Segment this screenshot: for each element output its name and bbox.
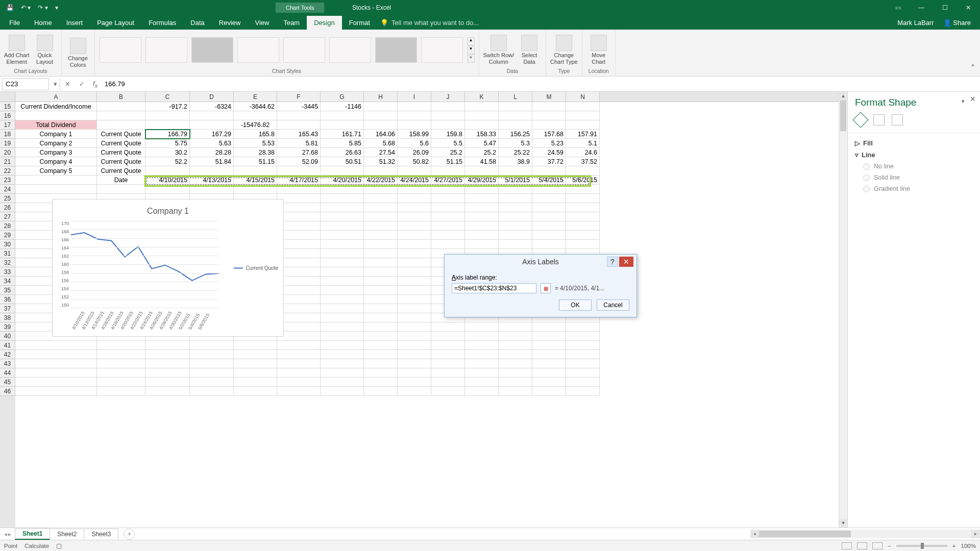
cell[interactable] — [277, 166, 321, 176]
cell[interactable]: 50.51 — [321, 157, 364, 166]
cell[interactable] — [465, 120, 499, 130]
cell[interactable] — [145, 120, 190, 130]
cell[interactable] — [97, 102, 145, 111]
cell[interactable] — [398, 258, 431, 267]
cell[interactable] — [364, 350, 398, 359]
maximize-button[interactable]: ☐ — [933, 0, 957, 15]
cell[interactable] — [364, 231, 398, 240]
cell[interactable]: 26.09 — [398, 148, 431, 157]
cell[interactable] — [532, 231, 566, 240]
chart-style-4[interactable] — [237, 37, 279, 63]
pane-dropdown-icon[interactable]: ▾ — [962, 98, 965, 105]
cell[interactable] — [364, 368, 398, 378]
cell[interactable]: 51.32 — [364, 157, 398, 166]
cell[interactable] — [431, 368, 465, 378]
cell[interactable] — [321, 350, 364, 359]
tab-review[interactable]: Review — [212, 16, 248, 30]
cell[interactable] — [566, 102, 600, 111]
cell[interactable] — [398, 304, 431, 313]
cell[interactable] — [566, 341, 600, 350]
cell[interactable]: Date — [97, 176, 145, 185]
cell[interactable] — [277, 359, 321, 368]
row-header[interactable]: 31 — [0, 249, 15, 258]
zoom-in-icon[interactable]: + — [952, 543, 956, 549]
cell[interactable] — [465, 212, 499, 221]
tab-format[interactable]: Format — [342, 16, 377, 30]
row-header[interactable]: 24 — [0, 185, 15, 194]
cell[interactable] — [145, 378, 190, 387]
gradient-line-option[interactable]: Gradient line — [855, 183, 973, 194]
cell[interactable] — [364, 120, 398, 130]
row-header[interactable]: 22 — [0, 166, 15, 176]
cell[interactable] — [321, 221, 364, 231]
ok-button[interactable]: OK — [559, 299, 592, 311]
chart-styles-gallery[interactable]: ▲ ▼ ≡ — [99, 32, 475, 68]
column-header[interactable]: H — [364, 92, 398, 102]
cell[interactable] — [15, 387, 97, 396]
cancel-entry-icon[interactable]: ✕ — [60, 80, 75, 88]
dialog-help-icon[interactable]: ? — [607, 257, 618, 267]
cell[interactable] — [234, 111, 277, 120]
cell[interactable] — [145, 350, 190, 359]
cell[interactable] — [97, 359, 145, 368]
cell[interactable]: 5.47 — [465, 139, 499, 148]
cell[interactable] — [234, 378, 277, 387]
cell[interactable] — [398, 203, 431, 212]
cell[interactable]: 5.5 — [431, 139, 465, 148]
cell[interactable] — [566, 387, 600, 396]
cell[interactable] — [15, 341, 97, 350]
cell[interactable] — [321, 359, 364, 368]
cell[interactable] — [398, 120, 431, 130]
cell[interactable]: 50.82 — [398, 157, 431, 166]
cell[interactable] — [364, 286, 398, 295]
row-header[interactable]: 30 — [0, 240, 15, 249]
chart-legend[interactable]: Current Quote — [234, 265, 278, 271]
effects-tab-icon[interactable] — [873, 114, 885, 126]
cell[interactable] — [364, 194, 398, 203]
pane-close-icon[interactable]: ✕ — [970, 95, 976, 103]
vertical-scrollbar[interactable]: ▲ ▼ — [839, 92, 847, 528]
cell[interactable] — [566, 120, 600, 130]
cell[interactable] — [97, 185, 145, 194]
row-header[interactable]: 41 — [0, 341, 15, 350]
normal-view-icon[interactable] — [842, 542, 852, 549]
cell[interactable] — [190, 350, 234, 359]
row-header[interactable]: 23 — [0, 176, 15, 185]
row-header[interactable]: 28 — [0, 221, 15, 231]
cell[interactable] — [190, 378, 234, 387]
cell[interactable] — [277, 387, 321, 396]
formula-input[interactable]: 166.79 — [102, 80, 980, 88]
cell[interactable] — [431, 322, 465, 332]
chart-style-1[interactable] — [100, 37, 141, 63]
cell[interactable] — [97, 120, 145, 130]
cell[interactable] — [398, 378, 431, 387]
row-header[interactable]: 38 — [0, 313, 15, 322]
cell[interactable] — [499, 378, 532, 387]
row-header[interactable]: 20 — [0, 148, 15, 157]
cell[interactable] — [499, 203, 532, 212]
cell[interactable] — [277, 341, 321, 350]
cell[interactable] — [190, 387, 234, 396]
cell[interactable] — [431, 203, 465, 212]
tell-me-search[interactable]: 💡 Tell me what you want to do... — [380, 19, 479, 30]
size-properties-tab-icon[interactable] — [892, 114, 903, 126]
tab-page-layout[interactable]: Page Layout — [90, 16, 141, 30]
cell[interactable] — [234, 166, 277, 176]
cell[interactable] — [97, 368, 145, 378]
row-header[interactable]: 40 — [0, 332, 15, 341]
cell[interactable] — [499, 231, 532, 240]
cell[interactable] — [145, 341, 190, 350]
cell[interactable] — [532, 111, 566, 120]
cell[interactable] — [532, 212, 566, 221]
cell[interactable]: 27.68 — [277, 148, 321, 157]
horizontal-scrollbar[interactable]: ◂ ▸ — [750, 530, 980, 538]
cell[interactable]: Current Dividend/Income — [15, 102, 97, 111]
add-chart-element-button[interactable]: Add Chart Element — [4, 35, 30, 65]
cell[interactable]: Current Quote — [97, 148, 145, 157]
chart-style-3[interactable] — [191, 37, 233, 63]
cell[interactable] — [190, 341, 234, 350]
row-header[interactable]: 42 — [0, 350, 15, 359]
row-header[interactable]: 19 — [0, 139, 15, 148]
cell[interactable] — [465, 387, 499, 396]
status-calculate[interactable]: Calculate — [24, 543, 49, 549]
